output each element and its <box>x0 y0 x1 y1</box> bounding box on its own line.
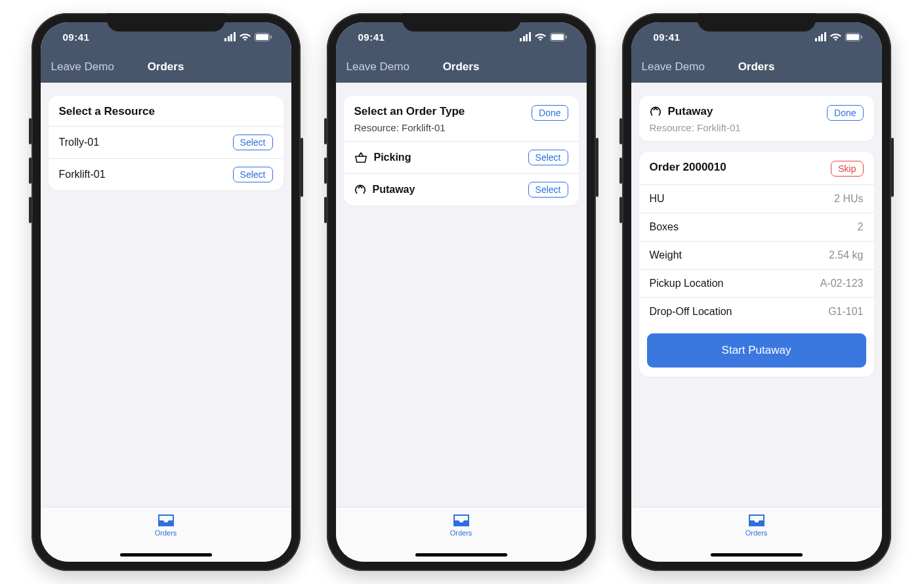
card-header: Putaway Resource: Forklift-01 Done <box>639 96 874 141</box>
done-button[interactable]: Done <box>532 105 568 121</box>
home-indicator[interactable] <box>415 553 507 556</box>
cellular-icon <box>520 32 531 41</box>
wifi-icon <box>240 33 251 41</box>
start-putaway-button[interactable]: Start Putaway <box>647 333 866 368</box>
card-title: Select an Order Type <box>354 105 465 118</box>
status-icons <box>224 32 276 41</box>
inbox-icon <box>453 514 470 527</box>
detail-label: Boxes <box>650 221 679 233</box>
done-button[interactable]: Done <box>827 105 863 121</box>
tab-orders[interactable]: Orders <box>155 514 177 537</box>
phone-mockup-2: 09:41 Leave Demo Orders Select an Order … <box>327 13 596 571</box>
order-header: Order 2000010 Skip <box>639 152 874 184</box>
status-time: 09:41 <box>647 32 681 43</box>
nav-title: Orders <box>148 60 184 74</box>
resource-line: Resource: Forklift-01 <box>650 122 741 133</box>
content-area: Select an Order Type Resource: Forklift-… <box>336 83 587 507</box>
wifi-icon <box>830 33 841 41</box>
nav-bar: Leave Demo Orders <box>631 51 882 83</box>
tab-label: Orders <box>450 529 472 537</box>
content-area: Putaway Resource: Forklift-01 Done Order… <box>631 83 882 507</box>
back-button[interactable]: Leave Demo <box>642 60 705 74</box>
detail-label: Weight <box>650 249 682 261</box>
detail-row-hu: HU 2 HUs <box>639 184 874 213</box>
battery-icon <box>255 33 272 41</box>
skip-button[interactable]: Skip <box>831 161 863 177</box>
detail-value: 2.54 kg <box>829 249 863 261</box>
home-indicator[interactable] <box>120 553 212 556</box>
svg-rect-1 <box>256 34 268 40</box>
detail-row-weight: Weight 2.54 kg <box>639 241 874 269</box>
wifi-icon <box>535 33 546 41</box>
order-card: Order 2000010 Skip HU 2 HUs Boxes 2 Weig… <box>639 152 874 377</box>
order-type-row-picking[interactable]: Picking Select <box>344 141 579 173</box>
select-button[interactable]: Select <box>233 167 273 182</box>
detail-row-boxes: Boxes 2 <box>639 213 874 241</box>
status-icons <box>815 32 866 41</box>
card-header: Select an Order Type Resource: Forklift-… <box>344 96 579 141</box>
inbox-icon <box>157 514 175 527</box>
svg-rect-4 <box>551 34 564 40</box>
card-title: Select a Resource <box>59 105 155 118</box>
back-button[interactable]: Leave Demo <box>346 60 409 74</box>
svg-rect-8 <box>861 35 862 39</box>
card-header: Select a Resource <box>49 96 283 126</box>
resource-label: Trolly-01 <box>59 136 100 148</box>
detail-value: 2 HUs <box>834 193 863 205</box>
svg-rect-5 <box>566 35 567 39</box>
screen-2: 09:41 Leave Demo Orders Select an Order … <box>336 22 587 562</box>
select-button[interactable]: Select <box>528 182 568 198</box>
select-button[interactable]: Select <box>233 135 273 150</box>
screen-1: 09:41 Leave Demo Orders Select a Resourc… <box>41 22 291 562</box>
detail-value: 2 <box>858 221 864 233</box>
tab-orders[interactable]: Orders <box>450 514 472 537</box>
tab-label: Orders <box>155 529 177 537</box>
svg-rect-7 <box>847 34 859 40</box>
battery-icon <box>845 33 862 41</box>
resource-card: Select a Resource Trolly-01 Select Forkl… <box>49 96 283 190</box>
detail-row-dropoff: Drop-Off Location G1-101 <box>639 297 874 326</box>
screen-3: 09:41 Leave Demo Orders Pu <box>631 22 882 562</box>
cellular-icon <box>815 32 826 41</box>
detail-value: G1-101 <box>828 306 863 318</box>
resource-line: Resource: Forklift-01 <box>354 122 465 133</box>
basket-icon <box>354 152 367 163</box>
order-type-card: Select an Order Type Resource: Forklift-… <box>344 96 579 205</box>
back-button[interactable]: Leave Demo <box>51 60 114 74</box>
nav-bar: Leave Demo Orders <box>41 51 291 83</box>
select-button[interactable]: Select <box>528 150 568 165</box>
putaway-icon <box>650 106 661 117</box>
order-type-row-putaway[interactable]: Putaway Select <box>344 173 579 205</box>
order-type-label: Picking <box>374 152 411 163</box>
detail-label: Drop-Off Location <box>650 306 732 318</box>
detail-row-pickup: Pickup Location A-02-123 <box>639 269 874 297</box>
phone-mockup-1: 09:41 Leave Demo Orders Select a Resourc… <box>31 13 301 571</box>
detail-value: A-02-123 <box>820 278 864 289</box>
status-icons <box>520 32 571 41</box>
nav-title: Orders <box>443 60 480 74</box>
content-area: Select a Resource Trolly-01 Select Forkl… <box>41 83 291 507</box>
phone-mockup-3: 09:41 Leave Demo Orders Pu <box>622 13 891 571</box>
phone-notch <box>402 13 520 32</box>
cellular-icon <box>224 32 236 41</box>
detail-label: Pickup Location <box>650 278 724 289</box>
phone-notch <box>698 13 816 32</box>
resource-row-1[interactable]: Forklift-01 Select <box>49 158 283 190</box>
order-title: Order 2000010 <box>650 161 726 174</box>
tab-label: Orders <box>745 529 768 537</box>
type-label: Putaway <box>668 105 713 118</box>
resource-row-0[interactable]: Trolly-01 Select <box>49 126 283 158</box>
status-time: 09:41 <box>352 32 385 43</box>
inbox-icon <box>748 514 765 527</box>
nav-bar: Leave Demo Orders <box>336 51 587 83</box>
type-summary-card: Putaway Resource: Forklift-01 Done <box>639 96 874 141</box>
phone-notch <box>107 13 225 32</box>
battery-icon <box>550 33 567 41</box>
home-indicator[interactable] <box>711 553 803 556</box>
putaway-icon <box>354 184 366 196</box>
nav-title: Orders <box>738 60 775 74</box>
tab-orders[interactable]: Orders <box>745 514 768 537</box>
detail-label: HU <box>650 193 665 205</box>
status-time: 09:41 <box>56 32 90 43</box>
svg-rect-2 <box>270 35 272 39</box>
